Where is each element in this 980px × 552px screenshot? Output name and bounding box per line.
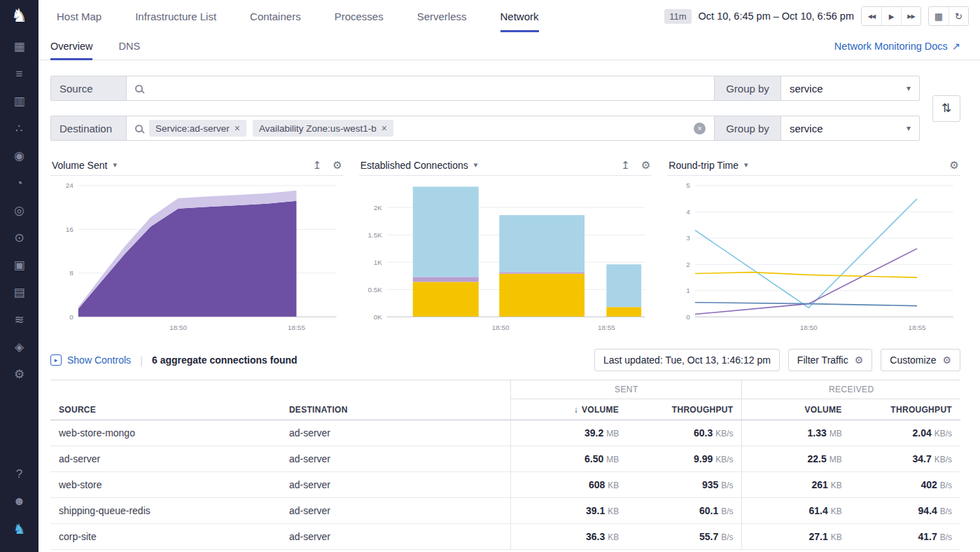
play-button[interactable]: ▶ [881, 7, 901, 25]
source-search-area[interactable] [127, 76, 714, 100]
show-controls-button[interactable]: ▸ Show Controls [50, 354, 131, 366]
column-header-received-throughput[interactable]: THROUGHPUT [850, 399, 960, 420]
nav-item-containers[interactable]: Containers [250, 0, 301, 32]
filter-tag-availability-zone-us-west1-b[interactable]: Availability Zone:us-west1-b× [253, 120, 393, 137]
cell-source[interactable]: corp-site [50, 524, 281, 550]
sidebar-item-ci[interactable]: ≋ [0, 306, 38, 333]
gear-icon[interactable]: ⚙ [641, 159, 650, 172]
chart-plot-volume-sent[interactable]: 08162418:5018:55 [50, 176, 344, 335]
sidebar-item-processes[interactable]: ⊙ [0, 224, 38, 251]
filter-tag-service-ad-server[interactable]: Service:ad-server× [149, 120, 246, 137]
apm-icon: ◎ [14, 203, 24, 218]
sidebar-item-infrastructure-list[interactable]: ≡ [0, 60, 38, 88]
sidebar-item-service-map[interactable]: ∴ [0, 115, 38, 142]
volume-sent-chart[interactable]: 08162418:5018:55 [50, 176, 344, 335]
chart-title[interactable]: Volume Sent [52, 160, 107, 171]
customize-button[interactable]: Customize ⚙ [881, 349, 960, 371]
column-header-source[interactable]: SOURCE [50, 399, 281, 420]
cell-source[interactable]: web-store [50, 472, 281, 498]
gear-icon[interactable]: ⚙ [950, 159, 959, 172]
filter-traffic-button[interactable]: Filter Traffic ⚙ [788, 349, 872, 371]
rewind-button[interactable]: ◀◀ [862, 7, 881, 25]
nav-item-serverless[interactable]: Serverless [417, 0, 467, 32]
sidebar-item-help[interactable]: ? [0, 460, 38, 488]
table-group-received: RECEIVED [742, 380, 960, 399]
round-trip-time-chart[interactable]: 01234518:5018:55 [667, 176, 960, 335]
sidebar-item-settings[interactable]: ⚙ [0, 361, 38, 388]
destination-header-label: DESTINATION [289, 405, 348, 415]
chevron-down-icon: ▾ [906, 83, 911, 93]
forward-button[interactable]: ▶▶ [901, 7, 920, 25]
remove-tag-icon[interactable]: × [234, 123, 240, 134]
chevron-down-icon[interactable]: ▾ [113, 160, 117, 170]
tab-dns[interactable]: DNS [118, 32, 140, 60]
sent-volume-header-label: VOLUME [582, 405, 619, 415]
svg-text:5: 5 [687, 181, 691, 189]
nav-item-host-map[interactable]: Host Map [57, 0, 102, 32]
column-header-received-volume[interactable]: VOLUME [742, 399, 850, 420]
cell-source[interactable]: web-store-mongo [50, 420, 281, 446]
gear-icon[interactable]: ⚙ [332, 159, 342, 172]
sidebar-item-apm[interactable]: ◎ [0, 197, 38, 224]
column-header-sent-volume[interactable]: ↓VOLUME [511, 399, 627, 420]
tab-overview[interactable]: Overview [50, 32, 92, 60]
destination-search-input[interactable] [400, 123, 687, 134]
column-header-destination[interactable]: DESTINATION [281, 399, 511, 420]
svg-text:18:55: 18:55 [909, 324, 926, 331]
table-row-ad-server[interactable]: ad-serverad-server6.50 MB9.99 KB/s22.5 M… [50, 446, 960, 472]
rewind-icon: ◀◀ [868, 13, 875, 20]
swap-source-destination-button[interactable]: ⇅ [932, 95, 960, 122]
cell-source[interactable]: ad-server [50, 446, 281, 472]
sidebar-item-organization[interactable]: ☻ [0, 488, 38, 515]
chart-plot-round-trip-time[interactable]: 01234518:5018:55 [667, 176, 960, 335]
clear-filters-button[interactable]: × [694, 123, 706, 134]
table-row-web-store-mongo[interactable]: web-store-mongoad-server39.2 MB60.3 KB/s… [50, 420, 960, 446]
datadog-logo-icon[interactable]: ♞ [11, 6, 27, 25]
svg-text:0.5K: 0.5K [368, 286, 382, 294]
sidebar-item-security[interactable]: ◈ [0, 333, 38, 361]
destination-search-area[interactable]: Service:ad-server×Availability Zone:us-w… [127, 116, 714, 140]
cell-destination[interactable]: ad-server [281, 498, 511, 524]
table-row-web-store[interactable]: web-storead-server608 KB935 B/s261 KB402… [50, 472, 960, 498]
cell-destination[interactable]: ad-server [281, 524, 511, 550]
destination-groupby-select[interactable]: service ▾ [780, 116, 919, 140]
source-search-input[interactable] [149, 83, 706, 94]
cell-destination[interactable]: ad-server [281, 446, 511, 472]
calendar-button[interactable]: ▦ [929, 7, 948, 25]
chart-title[interactable]: Established Connections [360, 160, 468, 171]
refresh-button[interactable]: ↻ [948, 7, 968, 25]
sidebar-item-containers[interactable]: ▣ [0, 251, 38, 279]
cell-received-volume: 61.4 KB [742, 498, 850, 524]
search-icon [135, 85, 143, 92]
share-icon[interactable]: ↥ [313, 159, 322, 172]
cell-destination[interactable]: ad-server [281, 472, 511, 498]
chevron-down-icon[interactable]: ▾ [744, 160, 748, 170]
swap-icon: ⇅ [941, 101, 951, 116]
nav-item-processes[interactable]: Processes [335, 0, 384, 32]
sidebar-item-metrics[interactable]: ▥ [0, 88, 38, 115]
sidebar-item-logs[interactable]: ▤ [0, 279, 38, 306]
sidebar-item-host-map[interactable]: ▦ [0, 33, 38, 60]
established-connections-chart[interactable]: 0K0.5K1K1.5K2K18:5018:55 [359, 176, 652, 335]
network-monitoring-docs-link[interactable]: Network Monitoring Docs ↗ [834, 41, 960, 52]
cell-source[interactable]: shipping-queue-redis [50, 498, 281, 524]
time-range[interactable]: Oct 10, 6:45 pm – Oct 10, 6:56 pm [699, 11, 854, 22]
sidebar-item-watchdog[interactable]: ♞ [0, 515, 38, 542]
share-icon[interactable]: ↥ [621, 159, 630, 172]
sidebar-item-dashboards[interactable]: ◔ [0, 170, 38, 197]
source-groupby-select[interactable]: service ▾ [780, 76, 919, 100]
expand-icon: ▸ [50, 354, 62, 366]
chart-header-icons: ↥⚙ [313, 159, 342, 172]
table-row-corp-site[interactable]: corp-sitead-server36.3 KB55.7 B/s27.1 KB… [50, 524, 960, 550]
remove-tag-icon[interactable]: × [382, 123, 387, 134]
column-header-sent-throughput[interactable]: THROUGHPUT [627, 399, 742, 420]
table-row-shipping-queue-redis[interactable]: shipping-queue-redisad-server39.1 KB60.1… [50, 498, 960, 524]
sidebar-item-monitors[interactable]: ◉ [0, 142, 38, 170]
cell-destination[interactable]: ad-server [281, 420, 511, 446]
nav-item-infrastructure-list[interactable]: Infrastructure List [135, 0, 216, 32]
nav-item-network[interactable]: Network [500, 0, 539, 32]
chevron-down-icon[interactable]: ▾ [474, 160, 478, 170]
show-controls-label: Show Controls [67, 354, 131, 366]
chart-title[interactable]: Round-trip Time [668, 160, 738, 171]
chart-plot-established-connections[interactable]: 0K0.5K1K1.5K2K18:5018:55 [359, 176, 652, 335]
